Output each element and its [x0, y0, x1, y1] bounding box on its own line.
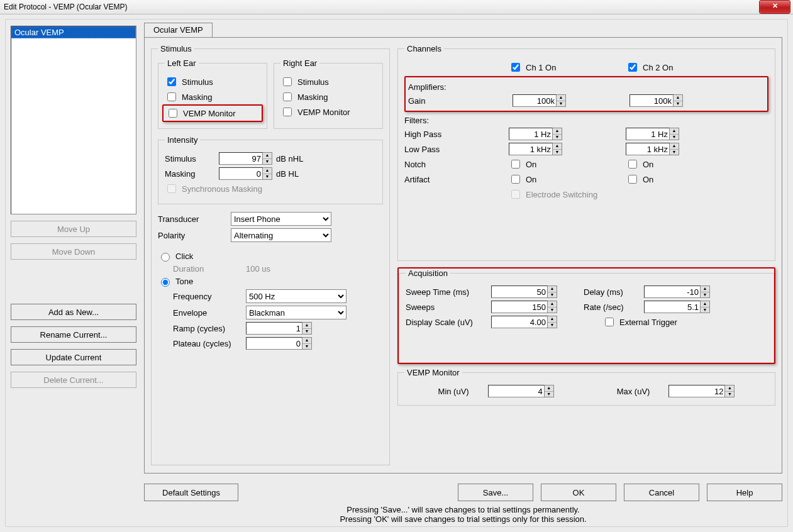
delay-input[interactable] — [644, 285, 701, 298]
right-vemp-monitor-checkbox[interactable] — [283, 108, 292, 116]
move-down-button[interactable]: Move Down — [11, 243, 136, 260]
chevron-down-icon[interactable]: ▼ — [701, 292, 709, 298]
ramp-spinner[interactable]: ▲▼ — [246, 322, 312, 335]
move-up-button[interactable]: Move Up — [11, 221, 136, 237]
sweeps-spinner[interactable]: ▲▼ — [491, 301, 557, 313]
rate-spinner[interactable]: ▲▼ — [644, 301, 710, 313]
hp1-input[interactable] — [509, 128, 553, 140]
spinner-buttons[interactable]: ▲▼ — [548, 301, 557, 313]
hp1-spinner[interactable]: ▲▼ — [509, 128, 562, 140]
transducer-select[interactable]: Insert Phone — [231, 212, 331, 226]
chevron-up-icon[interactable]: ▲ — [302, 323, 311, 329]
vemp-min-spinner[interactable]: ▲▼ — [488, 385, 554, 397]
delete-current-button[interactable]: Delete Current... — [11, 372, 136, 388]
spinner-buttons[interactable]: ▲▼ — [302, 322, 312, 335]
chevron-down-icon[interactable]: ▼ — [674, 101, 682, 107]
notch2-checkbox[interactable] — [628, 160, 637, 169]
rename-current-button[interactable]: Rename Current... — [11, 326, 136, 343]
display-scale-input[interactable] — [491, 316, 548, 328]
chevron-down-icon[interactable]: ▼ — [545, 392, 553, 397]
chevron-down-icon[interactable]: ▼ — [302, 344, 311, 350]
spinner-buttons[interactable]: ▲▼ — [701, 301, 710, 313]
left-stimulus-checkbox[interactable] — [167, 77, 176, 86]
ok-button[interactable]: OK — [541, 484, 616, 501]
ramp-input[interactable] — [246, 322, 302, 335]
chevron-down-icon[interactable]: ▼ — [263, 174, 272, 180]
left-vemp-monitor-checkbox[interactable] — [169, 109, 177, 118]
right-stimulus-checkbox[interactable] — [283, 77, 292, 86]
ch1-on-checkbox[interactable] — [511, 63, 520, 72]
tab-ocular-vemp[interactable]: Ocular VEMP — [144, 23, 213, 37]
spinner-buttons[interactable]: ▲▼ — [548, 285, 557, 298]
vemp-max-input[interactable] — [668, 385, 725, 397]
chevron-up-icon[interactable]: ▲ — [545, 385, 553, 392]
lp2-input[interactable] — [626, 143, 670, 155]
chevron-up-icon[interactable]: ▲ — [263, 153, 272, 159]
cancel-button[interactable]: Cancel — [624, 484, 699, 501]
click-radio[interactable] — [161, 253, 170, 262]
delay-spinner[interactable]: ▲▼ — [644, 285, 710, 298]
chevron-up-icon[interactable]: ▲ — [674, 95, 682, 101]
intensity-masking-spinner[interactable]: ▲▼ — [219, 167, 272, 180]
artifact1-checkbox[interactable] — [511, 175, 520, 184]
chevron-down-icon[interactable]: ▼ — [548, 308, 557, 313]
plateau-spinner[interactable]: ▲▼ — [246, 337, 312, 350]
chevron-down-icon[interactable]: ▼ — [701, 308, 709, 313]
spinner-buttons[interactable]: ▲▼ — [557, 94, 566, 107]
sweeps-input[interactable] — [491, 301, 548, 313]
chevron-down-icon[interactable]: ▼ — [302, 329, 311, 335]
chevron-up-icon[interactable]: ▲ — [263, 168, 272, 174]
hp2-input[interactable] — [626, 128, 670, 140]
chevron-down-icon[interactable]: ▼ — [553, 150, 562, 155]
chevron-up-icon[interactable]: ▲ — [725, 385, 734, 392]
display-scale-spinner[interactable]: ▲▼ — [491, 316, 557, 328]
chevron-up-icon[interactable]: ▲ — [548, 301, 557, 308]
default-settings-button[interactable]: Default Settings — [144, 484, 238, 501]
lp1-input[interactable] — [509, 143, 553, 155]
spinner-buttons[interactable]: ▲▼ — [725, 385, 735, 397]
polarity-select[interactable]: Alternating — [231, 228, 331, 242]
lp1-spinner[interactable]: ▲▼ — [509, 143, 562, 155]
chevron-up-icon[interactable]: ▲ — [302, 338, 311, 344]
gain1-spinner[interactable]: ▲▼ — [513, 94, 566, 107]
vemp-max-spinner[interactable]: ▲▼ — [668, 385, 735, 397]
artifact2-checkbox[interactable] — [628, 175, 637, 184]
frequency-select[interactable]: 500 Hz — [246, 289, 347, 303]
vemp-min-input[interactable] — [488, 385, 545, 397]
spinner-buttons[interactable]: ▲▼ — [701, 285, 710, 298]
hp2-spinner[interactable]: ▲▼ — [626, 128, 679, 140]
intensity-stimulus-input[interactable] — [219, 152, 263, 165]
chevron-up-icon[interactable]: ▲ — [670, 128, 679, 135]
gain2-input[interactable] — [629, 94, 674, 107]
sweep-time-input[interactable] — [491, 285, 548, 298]
chevron-down-icon[interactable]: ▼ — [553, 135, 562, 140]
chevron-up-icon[interactable]: ▲ — [553, 143, 562, 150]
gain1-input[interactable] — [513, 94, 557, 107]
chevron-down-icon[interactable]: ▼ — [725, 392, 734, 397]
ext-trigger-checkbox[interactable] — [605, 318, 614, 326]
chevron-up-icon[interactable]: ▲ — [557, 95, 565, 101]
spinner-buttons[interactable]: ▲▼ — [670, 128, 679, 140]
sweep-time-spinner[interactable]: ▲▼ — [491, 285, 557, 298]
chevron-down-icon[interactable]: ▼ — [670, 150, 679, 155]
chevron-up-icon[interactable]: ▲ — [701, 301, 709, 308]
chevron-down-icon[interactable]: ▼ — [548, 292, 557, 298]
protocol-list-item[interactable]: Ocular VEMP — [11, 26, 136, 38]
lp2-spinner[interactable]: ▲▼ — [626, 143, 679, 155]
gain2-spinner[interactable]: ▲▼ — [629, 94, 683, 107]
update-current-button[interactable]: Update Current — [11, 349, 136, 365]
spinner-buttons[interactable]: ▲▼ — [670, 143, 679, 155]
add-as-new-button[interactable]: Add as New... — [11, 304, 136, 320]
tone-radio[interactable] — [161, 278, 170, 287]
intensity-stimulus-spinner[interactable]: ▲▼ — [219, 152, 272, 165]
protocol-list[interactable]: Ocular VEMP — [11, 26, 136, 214]
help-button[interactable]: Help — [707, 484, 782, 501]
spinner-buttons[interactable]: ▲▼ — [302, 337, 312, 350]
save-button[interactable]: Save... — [458, 484, 533, 501]
close-button[interactable]: ✕ — [759, 0, 790, 14]
chevron-up-icon[interactable]: ▲ — [670, 143, 679, 150]
intensity-masking-input[interactable] — [219, 167, 263, 180]
notch1-checkbox[interactable] — [511, 160, 520, 169]
spinner-buttons[interactable]: ▲▼ — [553, 143, 562, 155]
ch2-on-checkbox[interactable] — [628, 63, 637, 72]
